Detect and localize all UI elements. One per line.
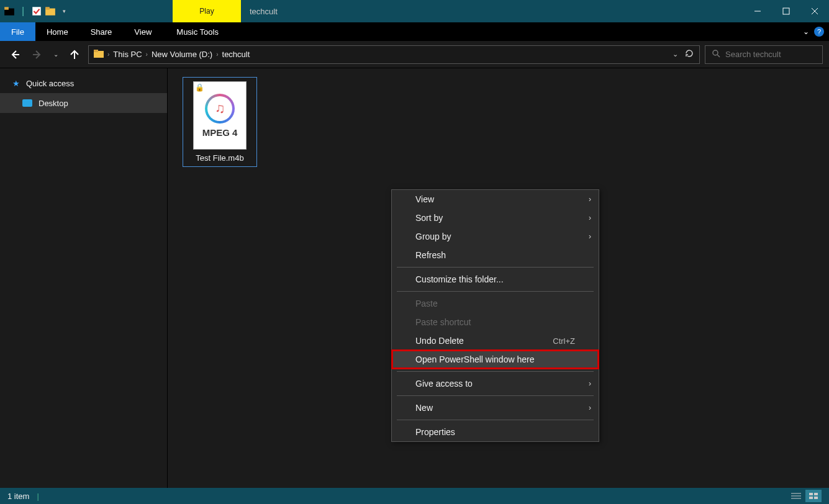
address-dropdown-icon[interactable]: ⌄ (673, 50, 678, 58)
back-button[interactable] (6, 46, 24, 63)
quick-access-item[interactable]: ★ Quick access (0, 73, 167, 93)
file-type-label: MPEG 4 (202, 127, 238, 138)
music-icon: ♫ (205, 94, 235, 124)
separator (397, 420, 594, 420)
svg-rect-1 (4, 7, 9, 10)
large-icons-view-button[interactable] (805, 490, 822, 502)
ctx-properties[interactable]: Properties (392, 423, 599, 441)
music-tools-tab[interactable]: Music Tools (165, 22, 230, 41)
chevron-right-icon: › (589, 403, 591, 412)
folder-icon (94, 49, 104, 60)
chevron-right-icon[interactable]: › (216, 51, 218, 58)
separator (397, 267, 594, 268)
svg-point-14 (713, 50, 718, 55)
titlebar: | ▾ Play techcult (0, 0, 829, 22)
chevron-right-icon: › (589, 214, 591, 222)
file-item[interactable]: 🔒 ♫ MPEG 4 Test File.m4b (183, 77, 257, 167)
ctx-sort-by[interactable]: Sort by› (392, 209, 599, 227)
chevron-right-icon: › (589, 232, 591, 241)
ctx-group-by[interactable]: Group by› (392, 227, 599, 246)
ctx-refresh[interactable]: Refresh (392, 246, 599, 264)
ctx-paste-shortcut: Paste shortcut (392, 313, 599, 331)
properties-icon[interactable] (31, 6, 42, 17)
up-button[interactable] (66, 46, 83, 63)
desktop-label: Desktop (39, 99, 68, 108)
close-button[interactable] (800, 0, 829, 22)
status-bar: 1 item | (0, 488, 829, 504)
ctx-open-powershell[interactable]: Open PowerShell window here (392, 350, 599, 369)
separator (397, 291, 594, 292)
folder-icon[interactable] (4, 6, 15, 17)
view-tab[interactable]: View (123, 22, 163, 41)
svg-rect-2 (32, 7, 41, 16)
refresh-icon[interactable] (684, 48, 694, 60)
collapse-ribbon-icon[interactable]: ⌄ (803, 27, 809, 36)
maximize-button[interactable] (772, 0, 800, 22)
ctx-paste: Paste (392, 294, 599, 313)
ctx-give-access[interactable]: Give access to› (392, 374, 599, 393)
play-context-tab[interactable]: Play (173, 0, 241, 22)
separator (397, 395, 594, 396)
svg-rect-6 (783, 8, 789, 14)
chevron-right-icon: › (589, 379, 591, 388)
svg-rect-4 (45, 7, 50, 10)
svg-rect-22 (814, 497, 818, 499)
svg-line-15 (717, 55, 720, 57)
recent-dropdown-icon[interactable]: ⌄ (51, 46, 61, 63)
crumb-this-pc[interactable]: This PC (113, 50, 142, 59)
star-icon: ★ (12, 79, 20, 88)
desktop-icon (22, 99, 32, 107)
chevron-right-icon[interactable]: › (146, 51, 148, 58)
chevron-right-icon[interactable]: › (107, 51, 109, 58)
separator (397, 371, 594, 372)
forward-button[interactable] (29, 46, 46, 63)
svg-rect-13 (94, 50, 98, 52)
search-placeholder: Search techcult (725, 50, 781, 59)
svg-rect-19 (809, 493, 813, 495)
ctx-undo-delete[interactable]: Undo DeleteCtrl+Z (392, 331, 599, 350)
divider-icon: | (17, 6, 29, 17)
lock-icon: 🔒 (195, 83, 204, 92)
share-tab[interactable]: Share (79, 22, 124, 41)
navigation-bar: ⌄ › This PC › New Volume (D:) › techcult… (0, 41, 829, 68)
svg-rect-21 (809, 497, 813, 499)
qat-dropdown-icon[interactable]: ▾ (58, 6, 70, 17)
svg-rect-20 (814, 493, 818, 495)
ctx-new[interactable]: New› (392, 398, 599, 417)
details-view-button[interactable] (788, 490, 804, 502)
context-tab-group: Play (173, 0, 241, 22)
chevron-right-icon: › (589, 195, 591, 204)
ctx-view[interactable]: View› (392, 190, 599, 209)
minimize-button[interactable] (743, 0, 772, 22)
file-tab[interactable]: File (0, 22, 35, 41)
window-title: techcult (241, 0, 743, 22)
file-name-label: Test File.m4b (196, 153, 243, 163)
status-item-count: 1 item (7, 492, 29, 501)
shortcut-label: Ctrl+Z (553, 336, 575, 346)
file-thumbnail: 🔒 ♫ MPEG 4 (193, 81, 247, 150)
quick-access-toolbar: | ▾ (0, 0, 73, 22)
divider: | (37, 492, 39, 501)
quick-access-label: Quick access (26, 79, 74, 88)
crumb-volume[interactable]: New Volume (D:) (152, 50, 212, 59)
breadcrumb[interactable]: › This PC › New Volume (D:) › techcult ⌄ (88, 45, 700, 64)
home-tab[interactable]: Home (35, 22, 79, 41)
help-icon[interactable]: ? (814, 27, 824, 37)
crumb-folder[interactable]: techcult (222, 50, 250, 59)
window-controls (743, 0, 829, 22)
ribbon: File Home Share View Music Tools ⌄ ? (0, 22, 829, 41)
folder-icon-2[interactable] (45, 6, 56, 17)
context-menu: View› Sort by› Group by› Refresh Customi… (391, 189, 599, 442)
desktop-item[interactable]: Desktop (0, 93, 167, 113)
search-icon (712, 49, 720, 60)
search-input[interactable]: Search techcult (705, 45, 823, 64)
ctx-customize[interactable]: Customize this folder... (392, 270, 599, 289)
navigation-pane: ★ Quick access Desktop (0, 68, 168, 488)
